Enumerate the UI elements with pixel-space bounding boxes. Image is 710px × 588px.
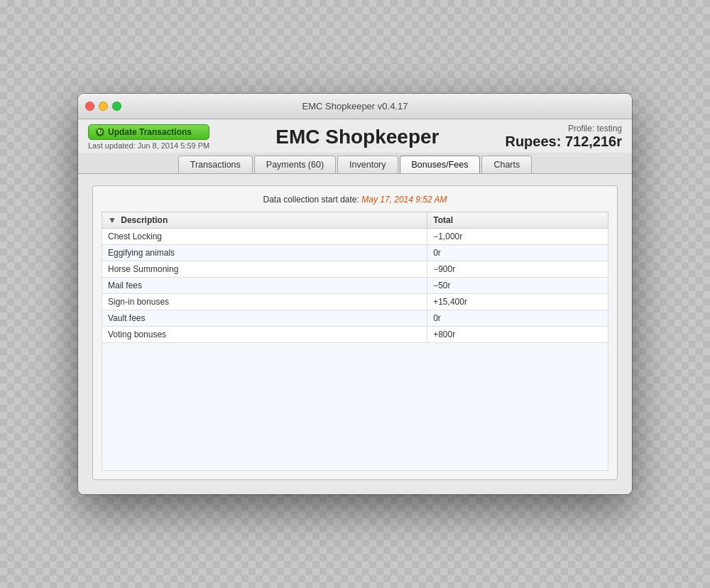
update-button-label: Update Transactions <box>108 127 192 137</box>
empty-row <box>102 343 608 471</box>
row-total: +15,400r <box>427 294 608 310</box>
tabs-bar: Transactions Payments (60) Inventory Bon… <box>78 153 632 174</box>
tab-payments[interactable]: Payments (60) <box>254 156 336 173</box>
update-icon: ↻ <box>96 128 104 136</box>
row-total: −900r <box>427 261 608 278</box>
titlebar: EMC Shopkeeper v0.4.17 <box>78 94 632 119</box>
table-row: Mail fees −50r <box>102 278 608 294</box>
main-content: Data collection start date: May 17, 2014… <box>78 174 632 494</box>
table-row: Eggifying animals 0r <box>102 245 608 261</box>
traffic-lights <box>85 102 121 111</box>
table-row: Sign-in bonuses +15,400r <box>102 294 608 310</box>
col-header-total[interactable]: Total <box>427 212 608 229</box>
tab-inventory[interactable]: Inventory <box>337 156 398 173</box>
close-button[interactable] <box>85 102 94 111</box>
row-total: 0r <box>427 245 608 261</box>
minimize-button[interactable] <box>99 102 108 111</box>
data-collection-header: Data collection start date: May 17, 2014… <box>102 195 608 205</box>
collection-date: May 17, 2014 9:52 AM <box>361 195 447 205</box>
toolbar-right: Profile: testing Rupees: 712,216r <box>505 124 622 150</box>
toolbar-left: ↻ Update Transactions Last updated: Jun … <box>88 124 209 150</box>
row-total: −50r <box>427 278 608 294</box>
tab-transactions[interactable]: Transactions <box>178 156 253 173</box>
row-total: 0r <box>427 310 608 327</box>
row-description: Chest Locking <box>102 229 427 245</box>
tab-charts[interactable]: Charts <box>481 156 532 173</box>
row-description: Horse Summoning <box>102 261 427 278</box>
collection-date-prefix: Data collection start date: <box>263 195 359 205</box>
maximize-button[interactable] <box>112 102 121 111</box>
titlebar-title: EMC Shopkeeper v0.4.17 <box>302 101 408 111</box>
row-description: Sign-in bonuses <box>102 294 427 310</box>
main-window: EMC Shopkeeper v0.4.17 ↻ Update Transact… <box>78 94 632 494</box>
table-row: Horse Summoning −900r <box>102 261 608 278</box>
sort-arrow-description: ▼ <box>108 215 116 225</box>
rupees-label: Rupees: 712,216r <box>505 134 622 150</box>
row-description: Mail fees <box>102 278 427 294</box>
toolbar-center: EMC Shopkeeper <box>275 126 439 148</box>
content-panel: Data collection start date: May 17, 2014… <box>92 185 618 480</box>
table-row: Vault fees 0r <box>102 310 608 327</box>
row-total: +800r <box>427 327 608 343</box>
row-description: Voting bonuses <box>102 327 427 343</box>
row-total: −1,000r <box>427 229 608 245</box>
toolbar: ↻ Update Transactions Last updated: Jun … <box>78 119 632 153</box>
row-description: Eggifying animals <box>102 245 427 261</box>
row-description: Vault fees <box>102 310 427 327</box>
table-row: Voting bonuses +800r <box>102 327 608 343</box>
col-header-description[interactable]: ▼ Description <box>102 212 427 229</box>
profile-label: Profile: testing <box>505 124 622 134</box>
table-row: Chest Locking −1,000r <box>102 229 608 245</box>
bonuses-fees-table: ▼ Description Total Chest Locking −1,000… <box>102 212 608 471</box>
tab-bonuses-fees[interactable]: Bonuses/Fees <box>400 156 481 173</box>
app-title: EMC Shopkeeper <box>275 126 439 148</box>
update-transactions-button[interactable]: ↻ Update Transactions <box>88 124 209 140</box>
last-updated-label: Last updated: Jun 8, 2014 5:59 PM <box>88 141 209 150</box>
